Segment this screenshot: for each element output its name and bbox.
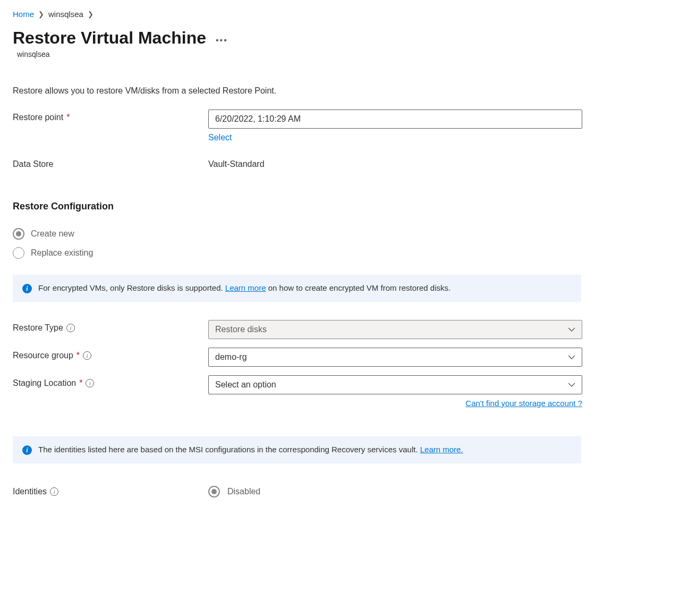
resource-group-value: demo-rg: [215, 352, 247, 362]
page-header: Restore Virtual Machine •••: [13, 28, 684, 48]
learn-more-link[interactable]: Learn more.: [420, 445, 463, 454]
info-icon[interactable]: i: [83, 351, 91, 360]
breadcrumb-home-link[interactable]: Home: [13, 10, 34, 19]
identities-value: Disabled: [227, 487, 260, 496]
restore-type-row: Restore Type i Restore disks: [13, 320, 684, 339]
chevron-down-icon: [568, 326, 575, 333]
required-indicator: *: [66, 113, 70, 122]
staging-location-label: Staging Location * i: [13, 375, 208, 388]
breadcrumb-item[interactable]: winsqlsea: [48, 10, 83, 19]
identities-label-text: Identities: [13, 487, 47, 496]
radio-icon: [13, 228, 24, 240]
resource-group-label: Resource group * i: [13, 348, 208, 360]
chevron-right-icon: ❯: [88, 10, 94, 18]
radio-icon: [13, 247, 24, 259]
info-icon: i: [22, 284, 32, 293]
staging-location-label-text: Staging Location: [13, 378, 76, 388]
learn-more-link[interactable]: Learn more: [225, 283, 266, 292]
restore-config-heading: Restore Configuration: [13, 201, 684, 212]
restore-point-label-text: Restore point: [13, 113, 63, 122]
radio-create-new[interactable]: Create new: [13, 228, 684, 240]
resource-group-dropdown[interactable]: demo-rg: [208, 348, 582, 367]
restore-type-label: Restore Type i: [13, 320, 208, 333]
radio-replace-existing[interactable]: Replace existing: [13, 247, 684, 259]
data-store-label: Data Store: [13, 156, 208, 169]
info-banner-encrypted: i For encrypted VMs, only Restore disks …: [13, 275, 581, 302]
info-icon[interactable]: i: [66, 324, 75, 332]
required-indicator: *: [76, 351, 80, 360]
staging-location-dropdown[interactable]: Select an option: [208, 375, 582, 394]
identities-label: Identities i: [13, 487, 208, 496]
info-icon[interactable]: i: [86, 379, 94, 387]
page-title: Restore Virtual Machine: [13, 28, 206, 48]
data-store-row: Data Store Vault-Standard: [13, 156, 684, 169]
restore-config-radio-group: Create new Replace existing: [13, 228, 684, 259]
resource-group-row: Resource group * i demo-rg: [13, 348, 684, 367]
restore-point-select-link[interactable]: Select: [208, 133, 232, 142]
radio-create-new-label: Create new: [31, 229, 74, 239]
chevron-down-icon: [568, 353, 575, 361]
info-banner-text: For encrypted VMs, only Restore disks is…: [38, 283, 450, 292]
radio-icon: [208, 486, 220, 497]
chevron-down-icon: [568, 381, 575, 389]
info-icon[interactable]: i: [50, 487, 58, 496]
data-store-value: Vault-Standard: [208, 156, 582, 169]
radio-replace-existing-label: Replace existing: [31, 248, 93, 258]
staging-location-row: Staging Location * i Select an option Ca…: [13, 375, 684, 408]
more-actions-button[interactable]: •••: [216, 31, 228, 45]
chevron-right-icon: ❯: [38, 10, 44, 18]
restore-point-row: Restore point * Select: [13, 109, 684, 142]
storage-account-help-link[interactable]: Can't find your storage account ?: [465, 399, 582, 408]
breadcrumb: Home ❯ winsqlsea ❯: [13, 10, 684, 19]
resource-group-label-text: Resource group: [13, 351, 73, 360]
staging-location-placeholder: Select an option: [215, 380, 276, 390]
restore-type-value: Restore disks: [215, 325, 267, 334]
identities-row: Identities i Disabled: [13, 486, 684, 497]
restore-type-label-text: Restore Type: [13, 323, 63, 333]
info-banner-identities: i The identities listed here are based o…: [13, 436, 581, 463]
info-text-after: on how to create encrypted VM from resto…: [266, 283, 451, 292]
page-description: Restore allows you to restore VM/disks f…: [13, 86, 684, 96]
restore-type-dropdown: Restore disks: [208, 320, 582, 339]
restore-point-input[interactable]: [208, 109, 582, 129]
page-subtitle: winsqlsea: [17, 50, 684, 58]
info-text-before: For encrypted VMs, only Restore disks is…: [38, 283, 225, 292]
required-indicator: *: [79, 378, 82, 388]
info-icon: i: [22, 445, 32, 455]
info-text-before: The identities listed here are based on …: [38, 445, 420, 454]
restore-point-label: Restore point *: [13, 109, 208, 122]
info-banner-text: The identities listed here are based on …: [38, 445, 463, 454]
